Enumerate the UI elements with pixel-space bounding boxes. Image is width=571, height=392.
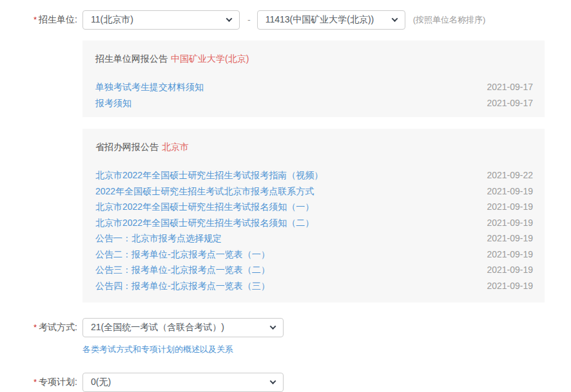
chevron-down-icon [226,15,233,22]
special-plan-select-value: 0(无) [91,377,111,388]
sort-order-hint: (按照单位名称排序) [413,14,486,26]
notice-date: 2021-09-19 [487,278,533,294]
notice-link[interactable]: 公告四：报考单位-北京报考点一览表（三） [95,278,270,294]
unit-notice-list: 单独考试考生提交材料须知 2021-09-17 报考须知 2021-09-17 [95,79,533,111]
notice-date: 2021-09-19 [487,215,533,231]
notice-link[interactable]: 公告一：北京市报考点选择规定 [95,230,222,247]
notice-link[interactable]: 北京市2022年全国硕士研究生招生考试报名须知（二） [95,215,314,231]
notice-row: 2022年全国硕士研究生招生考试北京市报考点联系方式 2021-09-19 [95,183,533,200]
required-asterisk: * [34,377,37,387]
notice-row: 公告一：北京市报考点选择规定 2021-09-19 [95,230,533,247]
province-select[interactable]: 11(北京市) [82,10,240,30]
unit-select-value: 11413(中国矿业大学(北京)) [266,14,374,26]
chevron-down-icon [270,378,276,384]
notice-link[interactable]: 北京市2022年全国硕士研究生招生考试报考指南（视频） [95,167,323,183]
notice-row: 公告三：报考单位-北京报考点一览表（二） 2021-09-19 [95,262,533,278]
notice-date: 2021-09-19 [487,230,533,247]
special-plan-row: *专项计划: 0(无) [0,372,571,392]
notice-date: 2021-09-19 [487,183,533,200]
required-asterisk: * [34,322,37,332]
exam-method-row: *考试方式: 21(全国统一考试（含联合考试）) [0,317,571,337]
province-notice-list: 北京市2022年全国硕士研究生招生考试报考指南（视频） 2021-09-22 2… [95,167,533,294]
province-select-value: 11(北京市) [91,14,133,26]
special-plan-select[interactable]: 0(无) [82,373,284,392]
notice-row: 北京市2022年全国硕士研究生招生考试报名须知（二） 2021-09-19 [95,215,533,231]
exam-method-select-value: 21(全国统一考试（含联合考试）) [91,322,224,333]
exam-method-help-link[interactable]: 各类考试方式和专项计划的概述以及关系 [82,344,233,355]
province-notice-panel-title: 省招办网报公告北京市 [95,142,533,152]
notice-date: 2021-09-19 [487,247,533,263]
notice-date: 2021-09-19 [487,199,533,215]
chevron-down-icon [391,15,398,22]
special-plan-label: *专项计划: [0,372,77,392]
exam-method-select[interactable]: 21(全国统一考试（含联合考试）) [82,318,284,337]
notice-row: 公告二：报考单位-北京报考点一览表（一） 2021-09-19 [95,247,533,263]
exam-method-label: *考试方式: [0,317,77,337]
notice-date: 2021-09-17 [487,95,533,111]
notice-link[interactable]: 单独考试考生提交材料须知 [95,79,204,95]
notice-row: 公告四：报考单位-北京报考点一览表（三） 2021-09-19 [95,278,533,294]
notice-row: 北京市2022年全国硕士研究生招生考试报名须知（一） 2021-09-19 [95,199,533,215]
unit-select[interactable]: 11413(中国矿业大学(北京)) [257,10,405,30]
enrollment-unit-label: *招生单位: [0,10,77,30]
notice-row: 北京市2022年全国硕士研究生招生考试报考指南（视频） 2021-09-22 [95,167,533,183]
notice-link[interactable]: 2022年全国硕士研究生招生考试北京市报考点联系方式 [95,183,314,200]
notice-date: 2021-09-19 [487,262,533,278]
notice-date: 2021-09-22 [487,167,533,183]
enrollment-unit-row: *招生单位: 11(北京市) - 11413(中国矿业大学(北京)) (按照单位… [0,10,571,30]
select-separator: - [247,15,251,25]
notice-date: 2021-09-17 [487,79,533,95]
notice-row: 报考须知 2021-09-17 [95,95,533,111]
notice-link[interactable]: 公告三：报考单位-北京报考点一览表（二） [95,262,270,278]
required-asterisk: * [34,15,37,24]
chevron-down-icon [270,323,276,330]
unit-notice-panel: 招生单位网报公告中国矿业大学(北京) 单独考试考生提交材料须知 2021-09-… [82,41,545,117]
notice-link[interactable]: 北京市2022年全国硕士研究生招生考试报名须知（一） [95,199,314,215]
notice-link[interactable]: 公告二：报考单位-北京报考点一览表（一） [95,247,270,263]
notice-row: 单独考试考生提交材料须知 2021-09-17 [95,79,533,95]
enrollment-application-form: *招生单位: 11(北京市) - 11413(中国矿业大学(北京)) (按照单位… [0,0,571,392]
unit-name-highlight: 中国矿业大学(北京) [171,53,249,64]
province-notice-panel: 省招办网报公告北京市 北京市2022年全国硕士研究生招生考试报考指南（视频） 2… [82,129,545,303]
province-name-highlight: 北京市 [162,142,189,152]
notice-link[interactable]: 报考须知 [95,95,131,111]
unit-notice-panel-title: 招生单位网报公告中国矿业大学(北京) [95,53,533,64]
